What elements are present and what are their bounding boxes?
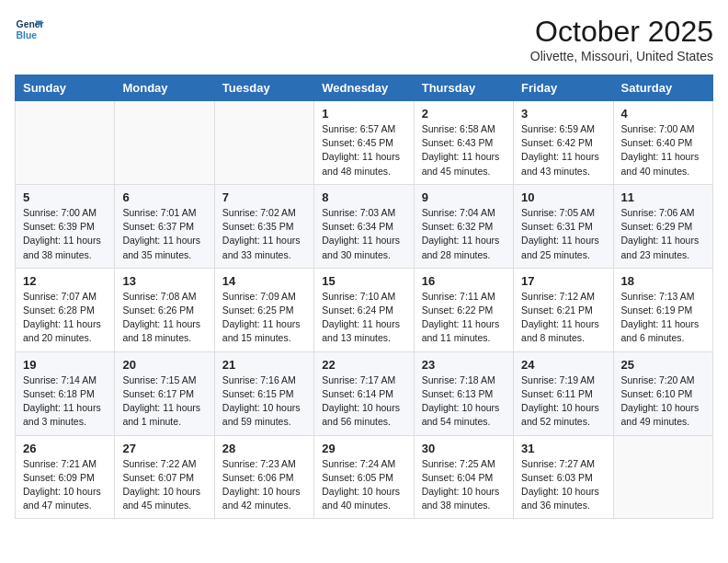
svg-text:Blue: Blue bbox=[17, 30, 38, 40]
day-info: Sunrise: 7:13 AM Sunset: 6:19 PM Dayligh… bbox=[621, 290, 705, 346]
day-info: Sunrise: 7:06 AM Sunset: 6:29 PM Dayligh… bbox=[621, 206, 705, 262]
calendar-cell: 4Sunrise: 7:00 AM Sunset: 6:40 PM Daylig… bbox=[613, 101, 712, 185]
day-number: 27 bbox=[122, 442, 206, 455]
day-info: Sunrise: 7:11 AM Sunset: 6:22 PM Dayligh… bbox=[422, 290, 506, 346]
calendar-header-row: SundayMondayTuesdayWednesdayThursdayFrid… bbox=[16, 75, 713, 101]
logo: General Blue bbox=[15, 15, 44, 44]
day-number: 17 bbox=[521, 274, 605, 288]
calendar-week-1: 1Sunrise: 6:57 AM Sunset: 6:45 PM Daylig… bbox=[16, 101, 713, 185]
day-number: 12 bbox=[23, 274, 107, 288]
day-number: 14 bbox=[222, 274, 306, 288]
day-number: 28 bbox=[222, 442, 306, 455]
day-number: 31 bbox=[521, 442, 605, 455]
calendar-cell: 31Sunrise: 7:27 AM Sunset: 6:03 PM Dayli… bbox=[514, 435, 613, 519]
calendar-cell: 21Sunrise: 7:16 AM Sunset: 6:15 PM Dayli… bbox=[214, 351, 313, 435]
calendar-cell: 17Sunrise: 7:12 AM Sunset: 6:21 PM Dayli… bbox=[514, 268, 613, 351]
day-info: Sunrise: 7:18 AM Sunset: 6:13 PM Dayligh… bbox=[422, 373, 506, 430]
calendar-cell: 8Sunrise: 7:03 AM Sunset: 6:34 PM Daylig… bbox=[314, 184, 414, 268]
day-number: 2 bbox=[422, 107, 506, 121]
day-number: 26 bbox=[23, 442, 107, 455]
calendar-cell: 25Sunrise: 7:20 AM Sunset: 6:10 PM Dayli… bbox=[613, 351, 712, 435]
calendar-cell: 22Sunrise: 7:17 AM Sunset: 6:14 PM Dayli… bbox=[314, 351, 414, 435]
location: Olivette, Missouri, United States bbox=[530, 49, 713, 63]
day-info: Sunrise: 7:23 AM Sunset: 6:06 PM Dayligh… bbox=[222, 457, 306, 513]
calendar-cell: 10Sunrise: 7:05 AM Sunset: 6:31 PM Dayli… bbox=[514, 184, 613, 268]
day-info: Sunrise: 7:22 AM Sunset: 6:07 PM Dayligh… bbox=[122, 457, 206, 513]
day-info: Sunrise: 7:21 AM Sunset: 6:09 PM Dayligh… bbox=[23, 457, 107, 513]
calendar-cell: 3Sunrise: 6:59 AM Sunset: 6:42 PM Daylig… bbox=[514, 101, 613, 185]
day-number: 4 bbox=[621, 107, 705, 121]
calendar-cell: 27Sunrise: 7:22 AM Sunset: 6:07 PM Dayli… bbox=[115, 435, 214, 519]
calendar-cell: 20Sunrise: 7:15 AM Sunset: 6:17 PM Dayli… bbox=[115, 351, 214, 435]
calendar-cell: 11Sunrise: 7:06 AM Sunset: 6:29 PM Dayli… bbox=[613, 184, 712, 268]
day-info: Sunrise: 6:57 AM Sunset: 6:45 PM Dayligh… bbox=[322, 122, 405, 178]
day-number: 5 bbox=[23, 190, 107, 204]
day-info: Sunrise: 7:00 AM Sunset: 6:40 PM Dayligh… bbox=[621, 122, 705, 178]
calendar-cell: 12Sunrise: 7:07 AM Sunset: 6:28 PM Dayli… bbox=[16, 268, 115, 351]
day-number: 7 bbox=[222, 190, 306, 204]
month-title: October 2025 bbox=[530, 15, 713, 49]
day-number: 18 bbox=[621, 274, 705, 288]
calendar-cell: 19Sunrise: 7:14 AM Sunset: 6:18 PM Dayli… bbox=[16, 351, 115, 435]
calendar-cell: 28Sunrise: 7:23 AM Sunset: 6:06 PM Dayli… bbox=[214, 435, 313, 519]
col-header-thursday: Thursday bbox=[414, 75, 513, 101]
day-info: Sunrise: 7:10 AM Sunset: 6:24 PM Dayligh… bbox=[322, 290, 405, 346]
calendar-cell: 26Sunrise: 7:21 AM Sunset: 6:09 PM Dayli… bbox=[16, 435, 115, 519]
calendar-week-4: 19Sunrise: 7:14 AM Sunset: 6:18 PM Dayli… bbox=[16, 351, 713, 435]
day-info: Sunrise: 7:24 AM Sunset: 6:05 PM Dayligh… bbox=[322, 457, 405, 513]
calendar-cell: 14Sunrise: 7:09 AM Sunset: 6:25 PM Dayli… bbox=[214, 268, 313, 351]
day-info: Sunrise: 7:16 AM Sunset: 6:15 PM Dayligh… bbox=[222, 373, 306, 430]
col-header-monday: Monday bbox=[115, 75, 214, 101]
day-info: Sunrise: 7:09 AM Sunset: 6:25 PM Dayligh… bbox=[222, 290, 306, 346]
day-info: Sunrise: 7:27 AM Sunset: 6:03 PM Dayligh… bbox=[521, 457, 605, 513]
day-info: Sunrise: 7:08 AM Sunset: 6:26 PM Dayligh… bbox=[122, 290, 206, 346]
col-header-saturday: Saturday bbox=[613, 75, 712, 101]
day-number: 1 bbox=[322, 107, 405, 121]
day-number: 19 bbox=[23, 358, 107, 372]
day-number: 29 bbox=[322, 442, 405, 455]
day-number: 3 bbox=[521, 107, 605, 121]
day-info: Sunrise: 7:15 AM Sunset: 6:17 PM Dayligh… bbox=[122, 373, 206, 430]
calendar-week-3: 12Sunrise: 7:07 AM Sunset: 6:28 PM Dayli… bbox=[16, 268, 713, 351]
title-block: October 2025 Olivette, Missouri, United … bbox=[530, 15, 713, 63]
day-number: 9 bbox=[422, 190, 506, 204]
day-info: Sunrise: 6:59 AM Sunset: 6:42 PM Dayligh… bbox=[521, 122, 605, 178]
day-info: Sunrise: 7:19 AM Sunset: 6:11 PM Dayligh… bbox=[521, 373, 605, 430]
day-info: Sunrise: 7:17 AM Sunset: 6:14 PM Dayligh… bbox=[322, 373, 405, 430]
calendar-cell: 24Sunrise: 7:19 AM Sunset: 6:11 PM Dayli… bbox=[514, 351, 613, 435]
day-info: Sunrise: 7:01 AM Sunset: 6:37 PM Dayligh… bbox=[122, 206, 206, 262]
calendar-cell: 29Sunrise: 7:24 AM Sunset: 6:05 PM Dayli… bbox=[314, 435, 414, 519]
calendar-cell: 15Sunrise: 7:10 AM Sunset: 6:24 PM Dayli… bbox=[314, 268, 414, 351]
day-number: 20 bbox=[122, 358, 206, 372]
col-header-sunday: Sunday bbox=[16, 75, 115, 101]
day-info: Sunrise: 7:20 AM Sunset: 6:10 PM Dayligh… bbox=[621, 373, 705, 430]
day-info: Sunrise: 7:14 AM Sunset: 6:18 PM Dayligh… bbox=[23, 373, 107, 430]
calendar-cell: 13Sunrise: 7:08 AM Sunset: 6:26 PM Dayli… bbox=[115, 268, 214, 351]
col-header-wednesday: Wednesday bbox=[314, 75, 414, 101]
calendar-week-2: 5Sunrise: 7:00 AM Sunset: 6:39 PM Daylig… bbox=[16, 184, 713, 268]
day-number: 8 bbox=[322, 190, 405, 204]
day-number: 16 bbox=[422, 274, 506, 288]
calendar-cell bbox=[16, 101, 115, 185]
calendar-cell: 6Sunrise: 7:01 AM Sunset: 6:37 PM Daylig… bbox=[115, 184, 214, 268]
day-info: Sunrise: 7:07 AM Sunset: 6:28 PM Dayligh… bbox=[23, 290, 107, 346]
day-number: 23 bbox=[422, 358, 506, 372]
calendar-cell: 30Sunrise: 7:25 AM Sunset: 6:04 PM Dayli… bbox=[414, 435, 513, 519]
calendar-cell: 1Sunrise: 6:57 AM Sunset: 6:45 PM Daylig… bbox=[314, 101, 414, 185]
calendar-cell: 9Sunrise: 7:04 AM Sunset: 6:32 PM Daylig… bbox=[414, 184, 513, 268]
day-number: 22 bbox=[322, 358, 405, 372]
col-header-tuesday: Tuesday bbox=[214, 75, 313, 101]
calendar-cell: 7Sunrise: 7:02 AM Sunset: 6:35 PM Daylig… bbox=[214, 184, 313, 268]
calendar-cell: 16Sunrise: 7:11 AM Sunset: 6:22 PM Dayli… bbox=[414, 268, 513, 351]
day-info: Sunrise: 7:04 AM Sunset: 6:32 PM Dayligh… bbox=[422, 206, 506, 262]
day-info: Sunrise: 7:00 AM Sunset: 6:39 PM Dayligh… bbox=[23, 206, 107, 262]
day-info: Sunrise: 7:25 AM Sunset: 6:04 PM Dayligh… bbox=[422, 457, 506, 513]
day-number: 6 bbox=[122, 190, 206, 204]
day-number: 13 bbox=[122, 274, 206, 288]
day-number: 30 bbox=[422, 442, 506, 455]
day-number: 15 bbox=[322, 274, 405, 288]
page-header: General Blue October 2025 Olivette, Miss… bbox=[15, 15, 713, 63]
day-info: Sunrise: 7:12 AM Sunset: 6:21 PM Dayligh… bbox=[521, 290, 605, 346]
day-number: 10 bbox=[521, 190, 605, 204]
day-info: Sunrise: 7:03 AM Sunset: 6:34 PM Dayligh… bbox=[322, 206, 405, 262]
